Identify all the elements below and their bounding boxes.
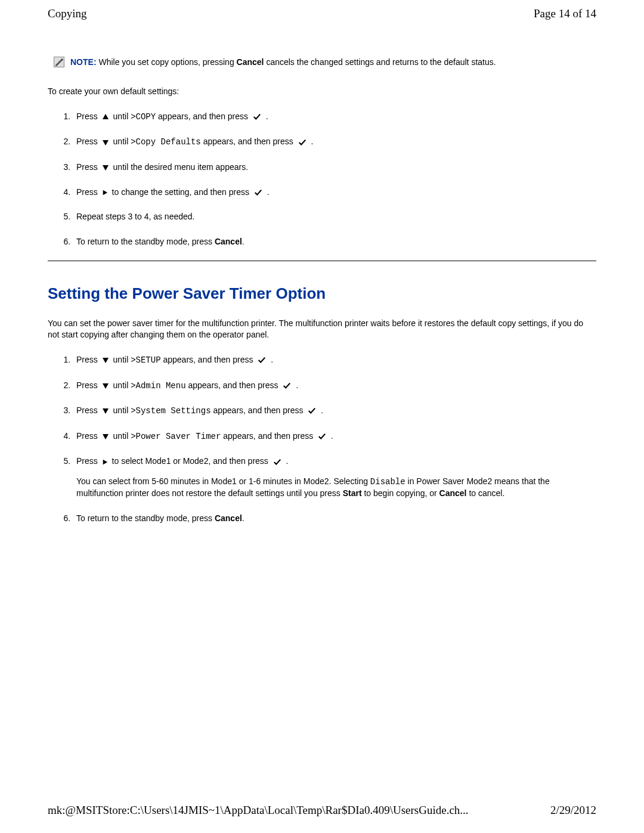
text: appears, and then press [211, 405, 306, 415]
check-icon [307, 407, 317, 415]
step: To return to the standby mode, press Can… [73, 513, 596, 525]
page-header: Copying Page 14 of 14 [0, 0, 644, 27]
text: Press [76, 456, 100, 466]
step: Repeat steps 3 to 4, as needed. [73, 211, 596, 223]
text: . [264, 112, 268, 121]
check-icon [253, 188, 263, 197]
mode-explanation: You can select from 5-60 minutes in Mode… [76, 476, 596, 500]
note-text: NOTE: While you set copy options, pressi… [70, 57, 596, 69]
check-icon [282, 382, 292, 390]
check-icon [298, 138, 307, 147]
arrow-up-icon [102, 113, 109, 120]
text: Press [76, 187, 100, 197]
menu-system-settings: >System Settings [131, 406, 210, 416]
text: . [318, 405, 323, 415]
disable-label: Disable [370, 477, 405, 487]
header-page: Page 14 of 14 [534, 6, 596, 22]
note-block: NOTE: While you set copy options, pressi… [54, 57, 596, 69]
menu-copy: >COPY [131, 112, 156, 122]
note-cancel: Cancel [237, 57, 264, 67]
menu-power-saver: >Power Saver Timer [131, 432, 221, 441]
cancel-label: Cancel [215, 513, 242, 523]
arrow-down-icon [102, 164, 109, 171]
text: appears, and then press [156, 112, 250, 121]
text: Press [76, 137, 100, 146]
menu-copy-defaults: >Copy Defaults [131, 137, 201, 147]
text: appears, and then press [201, 137, 296, 146]
arrow-down-icon [102, 357, 109, 364]
step: Press until >Copy Defaults appears, and … [73, 136, 596, 148]
text: to change the setting, and then press [110, 187, 252, 197]
text: until the desired menu item appears. [111, 162, 248, 172]
text: To return to the standby mode, press [76, 237, 215, 246]
text: Press [76, 112, 100, 121]
check-icon [317, 432, 327, 441]
step: Press until >Admin Menu appears, and the… [73, 380, 596, 392]
text: until [111, 405, 131, 415]
arrow-down-icon [102, 382, 109, 389]
text: . [329, 431, 333, 441]
text: . [293, 380, 298, 390]
text: . [309, 137, 314, 146]
text: . [284, 456, 289, 466]
text: until [111, 137, 131, 146]
step: Press until the desired menu item appear… [73, 162, 596, 174]
check-icon [273, 458, 282, 466]
text: to select Mode1 or Mode2, and then press [110, 456, 271, 466]
text: . [268, 355, 273, 364]
text: appears, and then press [221, 431, 315, 441]
step: To return to the standby mode, press Can… [73, 236, 596, 248]
menu-setup: >SETUP [131, 355, 160, 365]
arrow-down-icon [102, 139, 109, 146]
text: . [265, 187, 270, 197]
step: Press until >COPY appears, and then pres… [73, 111, 596, 123]
cancel-label: Cancel [215, 237, 242, 246]
step: Press to change the setting, and then pr… [73, 187, 596, 199]
step: Press to select Mode1 or Mode2, and then… [73, 456, 596, 500]
divider [48, 261, 596, 261]
text: . [242, 237, 244, 246]
menu-admin: >Admin Menu [131, 381, 185, 391]
text: until [111, 112, 131, 121]
text: appears, and then press [186, 380, 281, 390]
section-heading: Setting the Power Saver Timer Option [48, 283, 596, 304]
arrow-right-icon [102, 459, 108, 466]
steps-list-2: Press until >SETUP appears, and then pre… [73, 354, 596, 525]
content: NOTE: While you set copy options, pressi… [0, 27, 644, 550]
text: . [242, 513, 244, 523]
note-post: cancels the changed settings and returns… [264, 57, 496, 67]
text: Press [76, 405, 100, 415]
pencil-note-icon [54, 57, 64, 67]
text: appears, and then press [161, 355, 256, 364]
note-label: NOTE: [70, 57, 97, 67]
step: Press until >Power Saver Timer appears, … [73, 431, 596, 443]
step: Press until >System Settings appears, an… [73, 405, 596, 417]
text: to cancel. [467, 488, 505, 498]
start-label: Start [343, 488, 362, 498]
text: Press [76, 355, 100, 364]
check-icon [257, 356, 267, 364]
text: until [111, 431, 131, 441]
text: You can select from 5-60 minutes in Mode… [76, 476, 370, 486]
text: until [111, 355, 131, 364]
text: Press [76, 431, 100, 441]
check-icon [252, 113, 262, 121]
intro-create-defaults: To create your own default settings: [48, 86, 596, 98]
arrow-right-icon [102, 189, 108, 196]
arrow-down-icon [102, 433, 109, 440]
header-title: Copying [48, 6, 86, 22]
note-pre: While you set copy options, pressing [97, 57, 237, 67]
arrow-down-icon [102, 407, 109, 414]
power-saver-intro: You can set the power saver timer for th… [48, 318, 596, 341]
text: Press [76, 380, 100, 390]
text: until [111, 380, 131, 390]
text: Repeat steps 3 to 4, as needed. [76, 212, 194, 221]
cancel-label: Cancel [439, 488, 467, 498]
text: To return to the standby mode, press [76, 513, 215, 523]
step: Press until >SETUP appears, and then pre… [73, 354, 596, 367]
text: Press [76, 162, 100, 172]
steps-list-1: Press until >COPY appears, and then pres… [73, 111, 596, 248]
text: to begin copying, or [362, 488, 439, 498]
